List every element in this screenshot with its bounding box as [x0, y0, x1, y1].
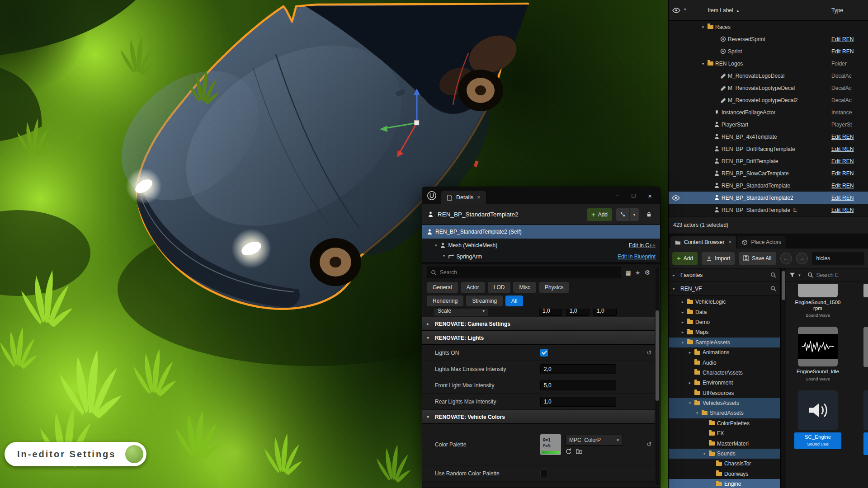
outliner-row[interactable]: ▾ REN Logos Folder	[669, 57, 868, 70]
edit-blueprint-link[interactable]: Edit REN	[831, 170, 868, 177]
add-button[interactable]: + Add	[672, 252, 698, 265]
item-label-column-header[interactable]: Item Label	[708, 7, 733, 14]
edit-in-cpp-link[interactable]: Edit in C++	[629, 242, 656, 249]
chevron-right-icon[interactable]: ▸	[673, 273, 677, 277]
outliner-row-selected[interactable]: REN_BP_StandardTemplate2 Edit REN	[669, 192, 868, 204]
random-palette-checkbox[interactable]	[540, 469, 548, 477]
tree-folder[interactable]: ColorPalettes	[669, 418, 780, 428]
maximize-button[interactable]: □	[632, 192, 635, 200]
chevron-down-icon[interactable]: ▾	[700, 61, 706, 66]
tree-folder[interactable]: ▸Environment	[669, 378, 780, 388]
back-button[interactable]: ←	[780, 253, 792, 264]
favorites-star-icon[interactable]: ★	[635, 269, 641, 276]
browse-to-asset-icon[interactable]	[576, 448, 582, 455]
search-icon[interactable]	[770, 286, 776, 291]
filter-rendering[interactable]: Rendering	[427, 296, 463, 306]
blueprint-split-button[interactable]: ▾	[616, 208, 639, 221]
filter-general[interactable]: General	[427, 282, 458, 293]
close-tab-icon[interactable]: ×	[477, 194, 480, 201]
outliner-row[interactable]: Sprint Edit REN	[669, 45, 868, 57]
edit-blueprint-link[interactable]: Edit REN	[831, 183, 868, 189]
search-icon[interactable]	[770, 272, 776, 278]
section-vehicle-colors[interactable]: ▾ RENOVATE: Vehicle Colors	[422, 410, 655, 424]
outliner-row[interactable]: M_RenovateLogotypeDecal2 DecalAc	[669, 94, 868, 106]
gizmo-center-handle[interactable]	[414, 120, 419, 125]
outliner-row[interactable]: PlayerStart PlayerSt	[669, 118, 868, 131]
close-icon[interactable]: ×	[728, 239, 731, 245]
rear-light-intensity-input[interactable]: 1,0	[540, 397, 616, 407]
component-row[interactable]: ▾ Mesh (VehicleMesh) Edit in C++	[422, 239, 660, 252]
outliner-row[interactable]: REN_BP_DriftRacingTemplate Edit REN	[669, 143, 868, 155]
chevron-right-icon[interactable]: ▸	[427, 321, 431, 326]
outliner-row[interactable]: ▾ Races	[669, 21, 868, 33]
outliner-row[interactable]: ReversedSprint Edit REN	[669, 33, 868, 45]
import-button[interactable]: Import	[702, 252, 735, 265]
visibility-column-eye-icon[interactable]	[672, 8, 680, 13]
asset-tile[interactable]: EngineSound_1500rpm Sound Wave	[792, 284, 844, 318]
reset-to-default-icon[interactable]: ↺	[644, 441, 655, 448]
edit-blueprint-link[interactable]: Edit REN	[831, 158, 868, 164]
settings-gear-icon[interactable]: ⚙	[644, 269, 650, 276]
filter-funnel-icon[interactable]	[789, 272, 795, 278]
outliner-row[interactable]: REN_BP_4x4Template Edit REN	[669, 131, 868, 143]
emissive-intensity-input[interactable]: 2,0	[540, 364, 616, 374]
in-editor-settings-button[interactable]: In-editor Settings	[5, 442, 146, 466]
lights-on-checkbox[interactable]	[540, 349, 548, 357]
tree-folder[interactable]: ▾SampleAssets	[669, 338, 780, 347]
tree-folder[interactable]: ▸Animations	[669, 347, 780, 357]
minimize-button[interactable]: –	[616, 192, 619, 200]
tab-place-actors[interactable]: Place Actors	[737, 236, 786, 249]
asset-tile-selected[interactable]: SC_Engine Sound Cue	[792, 390, 844, 449]
filter-actor[interactable]: Actor	[461, 282, 485, 293]
filter-physics[interactable]: Physics	[539, 282, 569, 293]
breadcrumb[interactable]: hicles	[812, 252, 865, 265]
chevron-down-icon[interactable]: ▾	[673, 286, 677, 291]
view-options-grid-icon[interactable]: ▦	[625, 269, 631, 276]
details-scrollbar[interactable]	[656, 267, 659, 485]
tree-folder[interactable]: ▾SharedAssets	[669, 408, 780, 418]
scrollbar-thumb[interactable]	[782, 271, 785, 300]
edit-blueprint-link[interactable]: Edit REN	[831, 146, 868, 152]
front-light-intensity-input[interactable]: 5,0	[540, 380, 616, 390]
close-window-button[interactable]: ×	[648, 192, 652, 200]
sources-root-header[interactable]: ▾ REN_VF	[669, 282, 780, 296]
tree-folder[interactable]: ChassisTor	[669, 459, 780, 469]
section-lights[interactable]: ▾ RENOVATE: Lights	[422, 331, 655, 345]
forward-button[interactable]: →	[796, 253, 808, 264]
chevron-down-icon[interactable]: ▾	[630, 212, 639, 217]
visibility-eye-icon[interactable]	[672, 195, 680, 201]
palette-asset-dropdown[interactable]: MPC_ColorP ▾	[565, 435, 623, 446]
lock-icon[interactable]	[643, 209, 655, 221]
chevron-down-icon[interactable]: ▾	[700, 25, 706, 29]
outliner-row[interactable]: M_RenovateLogotypeDecal DecalAc	[669, 82, 868, 94]
outliner-row[interactable]: REN_BP_SlowCarTemplate Edit REN	[669, 167, 868, 179]
details-search-input[interactable]	[440, 269, 617, 276]
tree-folder[interactable]: UIResources	[669, 388, 780, 398]
edit-blueprint-link[interactable]: Edit REN	[831, 36, 868, 42]
edit-in-blueprint-link[interactable]: Edit in Blueprint	[618, 253, 656, 260]
component-row-selected[interactable]: REN_BP_StandardTemplate2 (Self)	[422, 225, 660, 239]
edit-blueprint-link[interactable]: Edit REN	[831, 134, 868, 140]
type-column-header[interactable]: Type	[831, 7, 843, 14]
edit-blueprint-link[interactable]: Edit REN	[831, 207, 868, 213]
tree-folder[interactable]: ▸VehicleLogic	[669, 297, 780, 307]
scrollbar-thumb[interactable]	[656, 310, 659, 401]
save-all-button[interactable]: Save All	[739, 252, 776, 265]
chevron-down-icon[interactable]: ▾	[427, 414, 431, 419]
outliner-row[interactable]: REN_BP_StandardTemplate_E Edit REN	[669, 204, 868, 216]
scale-combo[interactable]: Scale ▾	[434, 309, 488, 316]
outliner-row[interactable]: REN_BP_StandardTemplate Edit REN	[669, 179, 868, 192]
chevron-down-icon[interactable]: ▾	[427, 335, 431, 340]
tree-folder[interactable]: Audio	[669, 357, 780, 367]
tree-folder[interactable]: ▾VehiclesAssets	[669, 398, 780, 408]
chevron-down-icon[interactable]: ▾	[798, 273, 801, 277]
palette-thumbnail[interactable]: X=1 Y=5	[540, 434, 561, 455]
scale-z-input[interactable]: 1,0	[593, 309, 617, 316]
use-selected-asset-icon[interactable]	[565, 448, 571, 455]
section-camera-settings[interactable]: ▸ RENOVATE: Camera Settings	[422, 317, 655, 331]
tree-folder[interactable]: CharacterAssets	[669, 368, 780, 378]
outliner-row[interactable]: M_RenovateLogoDecal DecalAc	[669, 70, 868, 82]
tree-folder[interactable]: Doorways	[669, 469, 780, 479]
outliner-row[interactable]: InstancedFoliageActor Instance	[669, 106, 868, 118]
filter-misc[interactable]: Misc	[513, 282, 536, 293]
